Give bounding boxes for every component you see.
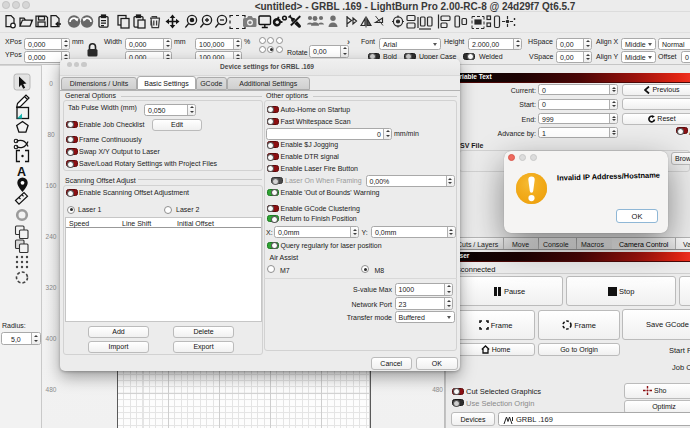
svg-text:A: A	[17, 165, 26, 179]
